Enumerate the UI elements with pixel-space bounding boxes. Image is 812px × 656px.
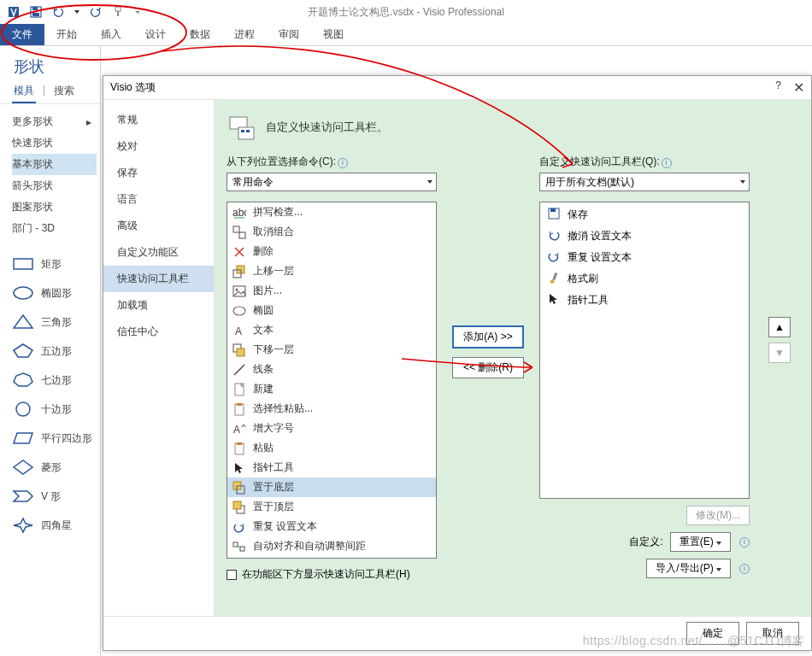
qat-item[interactable]: 撤消 设置文本 (542, 226, 747, 247)
shape-item[interactable]: 五边形 (9, 337, 97, 366)
shape-item[interactable]: 七边形 (9, 366, 97, 395)
ribbon-tab-file[interactable]: 文件 (0, 24, 44, 45)
command-item[interactable]: 新建 (227, 379, 436, 399)
ribbon-tab-review[interactable]: 审阅 (267, 24, 311, 45)
shape-icon (12, 489, 34, 504)
options-category-item[interactable]: 快速访问工具栏 (103, 266, 214, 292)
command-item[interactable]: 置于顶层 (227, 497, 436, 517)
qat-item[interactable]: 格式刷 (542, 268, 747, 290)
info-icon[interactable]: i (739, 564, 750, 574)
svg-rect-2 (32, 7, 38, 10)
shape-item[interactable]: 四角星 (9, 511, 97, 540)
move-up-button[interactable]: ▲ (768, 317, 791, 337)
save-icon[interactable] (29, 5, 43, 19)
shape-item[interactable]: 矩形 (9, 249, 97, 278)
show-below-ribbon-checkbox[interactable] (227, 570, 237, 580)
shape-item[interactable]: 菱形 (9, 453, 97, 482)
shape-item[interactable]: 十边形 (9, 395, 97, 424)
shape-icon (12, 460, 34, 475)
command-item[interactable]: 图片... (227, 281, 436, 301)
command-item[interactable]: 选择性粘贴... (227, 399, 436, 419)
command-item[interactable]: abc拼写检查... (227, 202, 436, 222)
format-painter-icon[interactable] (111, 5, 125, 19)
command-item[interactable]: A增大字号 (227, 419, 436, 438)
choose-commands-select[interactable]: 常用命令 (227, 173, 437, 191)
redo-icon (547, 249, 561, 266)
quick-access-toolbar (7, 5, 142, 19)
command-item[interactable]: 粘贴 (227, 438, 436, 458)
svg-rect-4 (115, 7, 121, 11)
ribbon-tab-insert[interactable]: 插入 (89, 24, 133, 45)
qat-item[interactable]: 保存 (542, 204, 747, 226)
svg-point-21 (233, 307, 245, 315)
options-category-item[interactable]: 信任中心 (103, 319, 214, 345)
options-category-item[interactable]: 校对 (103, 133, 214, 160)
customize-qat-select[interactable]: 用于所有文档(默认) (539, 173, 750, 191)
command-item[interactable]: 自动对齐和自动调整间距 (227, 536, 436, 556)
command-item[interactable]: 线条 (227, 360, 436, 379)
options-category-item[interactable]: 加载项 (103, 292, 214, 319)
search-tab[interactable]: 搜索 (52, 80, 76, 103)
options-category-item[interactable]: 高级 (103, 213, 214, 239)
ribbon-tab-design[interactable]: 设计 (133, 24, 178, 45)
command-item[interactable]: 删除 (227, 242, 436, 261)
options-category-item[interactable]: 保存 (103, 160, 214, 186)
qat-items-list[interactable]: 保存撤消 设置文本重复 设置文本格式刷指针工具 (539, 202, 750, 499)
stencil-group-item[interactable]: 部门 - 3D (12, 218, 97, 239)
qat-customize-icon[interactable] (133, 5, 142, 19)
redo-icon[interactable] (89, 5, 103, 19)
options-main-panel: 自定义快速访问工具栏。 从下列位置选择命令(C):i 常用命令 abc拼写检查.… (215, 100, 811, 616)
cancel-button[interactable]: 取消 (746, 622, 799, 645)
command-item[interactable]: 取消组合 (227, 222, 436, 242)
stencil-group-item[interactable]: 更多形状▸ (12, 111, 97, 132)
options-category-item[interactable]: 常规 (103, 107, 214, 133)
command-item[interactable]: 下移一层 (227, 340, 436, 360)
shape-item[interactable]: 三角形 (9, 308, 97, 337)
command-item[interactable]: 置于底层 (227, 477, 436, 497)
undo-dropdown-icon[interactable] (74, 5, 80, 19)
brush-icon (547, 271, 561, 287)
svg-rect-30 (237, 442, 242, 445)
command-item[interactable]: A文本 (227, 320, 436, 340)
undo-icon[interactable] (51, 5, 65, 19)
qat-customize-large-icon (227, 112, 257, 143)
shape-item[interactable]: 椭圆形 (9, 278, 97, 308)
help-icon[interactable]: ? (775, 79, 781, 96)
options-category-item[interactable]: 自定义功能区 (103, 239, 214, 266)
info-icon[interactable]: i (739, 537, 750, 548)
add-button[interactable]: 添加(A) >> (452, 325, 524, 348)
stencil-group-item[interactable]: 图案形状 (12, 196, 97, 218)
ok-button[interactable]: 确定 (686, 622, 739, 645)
command-item[interactable]: 重复 设置文本 (227, 517, 436, 536)
svg-rect-27 (237, 403, 242, 406)
ribbon-tab-home[interactable]: 开始 (44, 24, 89, 45)
commands-list[interactable]: abc拼写检查...取消组合删除上移一层图片...椭圆A文本下移一层线条新建选择… (227, 202, 437, 559)
qat-item[interactable]: 指针工具 (542, 290, 747, 311)
ribbon-tab-data[interactable]: 数据 (178, 24, 222, 45)
visio-app-icon[interactable] (7, 5, 21, 19)
move-down-button: ▼ (768, 343, 791, 363)
remove-button[interactable]: << 删除(R) (452, 357, 524, 378)
info-icon[interactable]: i (338, 158, 348, 168)
close-icon[interactable]: ✕ (793, 79, 804, 96)
command-item[interactable]: 字号字号I▸ (227, 556, 436, 559)
info-icon[interactable]: i (662, 158, 672, 168)
import-export-button[interactable]: 导入/导出(P) (646, 559, 731, 578)
stencil-group-item[interactable]: 快速形状 (12, 132, 97, 154)
shape-icon (12, 343, 34, 359)
ribbon-tab-process[interactable]: 进程 (222, 24, 267, 45)
shape-item[interactable]: V 形 (9, 482, 97, 511)
stencil-group-item[interactable]: 箭头形状 (12, 175, 97, 196)
command-item[interactable]: 上移一层 (227, 261, 436, 281)
command-item[interactable]: 指针工具 (227, 458, 436, 477)
command-item[interactable]: 椭圆 (227, 301, 436, 320)
reset-button[interactable]: 重置(E) (670, 532, 731, 552)
options-category-item[interactable]: 语言 (103, 186, 214, 213)
ribbon-tab-view[interactable]: 视图 (311, 24, 356, 45)
shape-item[interactable]: 平行四边形 (9, 424, 97, 453)
svg-rect-45 (550, 208, 556, 212)
shape-icon (12, 372, 34, 388)
stencils-tab[interactable]: 模具 (12, 80, 36, 103)
stencil-group-item[interactable]: 基本形状 (12, 154, 97, 175)
qat-item[interactable]: 重复 设置文本 (542, 247, 747, 268)
